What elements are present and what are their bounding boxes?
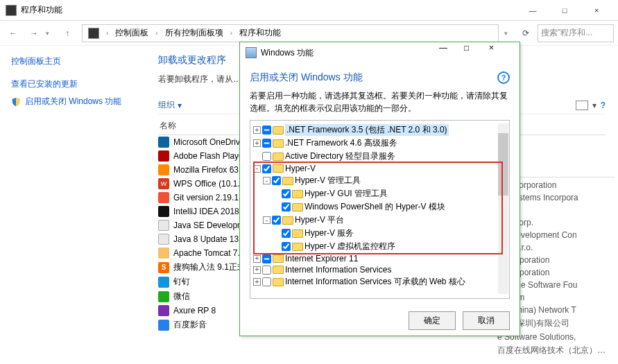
feature-checkbox[interactable] xyxy=(272,176,281,185)
expand-icon[interactable]: + xyxy=(253,266,261,274)
folder-icon xyxy=(273,153,284,161)
app-icon xyxy=(158,248,169,259)
app-icon xyxy=(6,5,17,16)
help-icon[interactable]: ? xyxy=(497,71,510,84)
tree-spacer xyxy=(273,190,280,198)
tree-node[interactable]: -Hyper-V xyxy=(253,163,506,174)
tree-node[interactable]: Hyper-V GUI 管理工具 xyxy=(273,187,506,200)
sidebar-link-windows-features[interactable]: 启用或关闭 Windows 功能 xyxy=(25,96,121,107)
app-icon xyxy=(158,277,169,288)
breadcrumb-item[interactable]: 程序和功能 xyxy=(237,26,284,40)
feature-checkbox[interactable] xyxy=(282,202,291,211)
tree-node[interactable]: Hyper-V 服务 xyxy=(273,227,506,240)
feature-checkbox[interactable] xyxy=(262,266,271,275)
search-input[interactable]: 搜索"程序和... xyxy=(538,24,614,42)
folder-icon xyxy=(273,254,284,263)
tree-node[interactable]: +Internet Information Services 可承载的 Web … xyxy=(253,275,506,288)
feature-checkbox[interactable] xyxy=(282,229,291,238)
view-options-icon[interactable] xyxy=(576,101,588,110)
dialog-close-button[interactable]: × xyxy=(489,43,514,62)
minimize-button[interactable]: — xyxy=(517,1,549,20)
dialog-minimize-button[interactable]: — xyxy=(439,43,464,62)
collapse-icon[interactable]: - xyxy=(253,165,261,173)
tree-node[interactable]: +Internet Information Services xyxy=(253,264,506,275)
refresh-button[interactable]: ⟳ xyxy=(517,24,535,42)
expand-icon[interactable]: + xyxy=(253,278,261,286)
tree-node[interactable]: -Hyper-V 管理工具 xyxy=(263,174,506,187)
breadcrumb-item[interactable]: 控制面板 xyxy=(112,26,151,40)
app-name: 微信 xyxy=(173,291,190,302)
app-icon xyxy=(158,305,169,316)
folder-icon xyxy=(292,229,303,238)
tree-node[interactable]: +.NET Framework 3.5 (包括 .NET 2.0 和 3.0) xyxy=(253,123,506,137)
control-panel-home-link[interactable]: 控制面板主页 xyxy=(11,55,135,67)
help-icon[interactable]: ? xyxy=(601,101,606,110)
folder-icon xyxy=(282,177,293,185)
tree-spacer xyxy=(273,243,280,250)
tree-node-label: Hyper-V 服务 xyxy=(304,227,354,239)
search-placeholder: 搜索"程序和... xyxy=(541,27,592,39)
dialog-title: Windows 功能 xyxy=(261,47,439,59)
app-name: Axure RP 8 xyxy=(173,306,216,315)
tree-node[interactable]: +.NET Framework 4.6 高级服务 xyxy=(253,137,506,150)
folder-icon xyxy=(292,243,303,251)
folder-icon xyxy=(273,266,284,274)
chevron-right-icon: › xyxy=(228,29,235,37)
folder-icon xyxy=(292,203,303,211)
back-button[interactable]: ← xyxy=(4,24,22,42)
feature-checkbox[interactable] xyxy=(262,125,271,135)
tree-node[interactable]: -Hyper-V 平台 xyxy=(263,214,506,227)
up-button[interactable]: ↑ xyxy=(58,24,76,42)
expand-icon[interactable]: + xyxy=(253,139,261,147)
feature-checkbox[interactable] xyxy=(262,139,271,148)
ok-button[interactable]: 确定 xyxy=(409,311,456,330)
app-icon xyxy=(158,150,169,162)
sidebar-link-updates[interactable]: 查看已安装的更新 xyxy=(11,78,135,90)
expand-icon[interactable]: + xyxy=(253,255,261,263)
tree-node-label: Hyper-V 管理工具 xyxy=(295,175,361,187)
features-tree[interactable]: +.NET Framework 3.5 (包括 .NET 2.0 和 3.0)+… xyxy=(250,120,510,299)
dialog-titlebar: Windows 功能 — □ × xyxy=(240,42,520,63)
maximize-button[interactable]: □ xyxy=(549,1,581,20)
feature-checkbox[interactable] xyxy=(262,152,271,161)
feature-checkbox[interactable] xyxy=(272,216,281,225)
feature-checkbox[interactable] xyxy=(282,242,291,251)
app-icon xyxy=(158,137,169,148)
breadcrumb-item[interactable]: 所有控制面板项 xyxy=(162,26,226,40)
tree-node-label: Hyper-V 虚拟机监控程序 xyxy=(304,241,395,252)
folder-icon xyxy=(273,164,284,173)
publisher-name: 百度在线网络技术（北京）… xyxy=(497,343,615,358)
tree-node[interactable]: +Internet Explorer 11 xyxy=(253,253,506,264)
tree-node-label: Hyper-V xyxy=(285,164,316,173)
chevron-down-icon[interactable]: ▾ xyxy=(178,101,182,110)
chevron-right-icon: › xyxy=(153,29,160,37)
history-dropdown-icon[interactable]: ▾ xyxy=(46,30,55,37)
collapse-icon[interactable]: - xyxy=(263,177,271,184)
tree-node[interactable]: Active Directory 轻型目录服务 xyxy=(253,150,506,163)
cancel-button[interactable]: 取消 xyxy=(463,311,510,330)
expand-icon[interactable]: + xyxy=(253,126,261,134)
close-button[interactable]: × xyxy=(581,1,612,20)
app-name: 百度影音 xyxy=(173,319,207,331)
app-name: Git version 2.19.1 xyxy=(173,193,239,202)
scrollbar[interactable] xyxy=(498,123,508,294)
chevron-down-icon[interactable]: ▾ xyxy=(592,101,596,110)
dialog-maximize-button[interactable]: □ xyxy=(464,43,489,62)
feature-checkbox[interactable] xyxy=(262,277,271,286)
address-dropdown-icon[interactable]: ▾ xyxy=(504,30,514,37)
tree-node[interactable]: Windows PowerShell 的 Hyper-V 模块 xyxy=(273,200,506,214)
dialog-description: 若要启用一种功能，请选择其复选框。若要关闭一种功能，请清除其复选框。填充的框表示… xyxy=(250,89,510,114)
feature-checkbox[interactable] xyxy=(262,164,271,173)
feature-checkbox[interactable] xyxy=(282,189,291,198)
tree-node-label: Internet Explorer 11 xyxy=(285,254,358,263)
tree-node[interactable]: Hyper-V 虚拟机监控程序 xyxy=(273,240,506,253)
tree-node-label: Hyper-V GUI 管理工具 xyxy=(304,188,388,200)
collapse-icon[interactable]: - xyxy=(263,216,271,224)
tree-node-label: Internet Information Services xyxy=(285,265,391,275)
forward-button[interactable]: → xyxy=(25,24,43,42)
folder-icon xyxy=(273,139,284,148)
organize-button[interactable]: 组织 xyxy=(158,99,175,111)
breadcrumb[interactable]: › 控制面板 › 所有控制面板项 › 程序和功能 xyxy=(82,24,499,42)
app-icon: W xyxy=(158,178,169,189)
feature-checkbox[interactable] xyxy=(262,254,271,263)
